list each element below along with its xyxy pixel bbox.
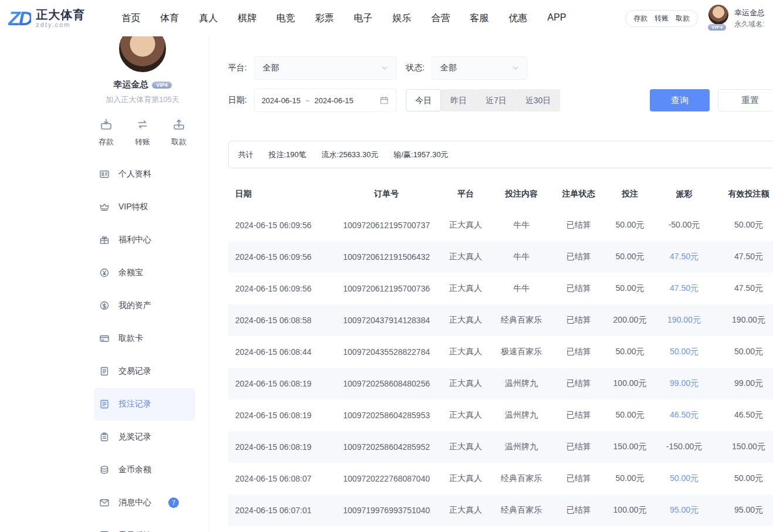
cell-platform: 正大真人 <box>439 315 492 326</box>
cell-valid-bet: 150.00元 <box>715 442 773 452</box>
wallet-link-2[interactable]: 取款 <box>676 13 690 23</box>
range-button-2[interactable]: 近7日 <box>476 89 516 111</box>
quick-range-group: 今日昨日近7日近30日 <box>406 89 560 111</box>
column-header-7: 有效投注额 <box>715 189 773 199</box>
status-select[interactable]: 全部 <box>432 56 527 80</box>
sidebar-item-gold-balance[interactable]: 金币余额 <box>94 453 195 486</box>
wallet-link-1[interactable]: 转账 <box>655 13 669 23</box>
nav-item-7[interactable]: 娱乐 <box>392 12 411 25</box>
nav-item-11[interactable]: APP <box>547 12 566 25</box>
quick-action-label: 取款 <box>171 137 187 147</box>
cell-order-number: 1009719976993751040 <box>334 506 439 515</box>
vip-badge: VIP4 <box>708 24 726 31</box>
sidebar-item-message-center[interactable]: 消息中心7 <box>94 486 195 519</box>
quick-action-withdraw[interactable]: 取款 <box>171 118 187 147</box>
cell-bet-amount: 100.00元 <box>606 505 653 516</box>
nav-item-3[interactable]: 棋牌 <box>238 12 256 25</box>
brand-name: 正大体育 <box>36 8 85 21</box>
user-avatar[interactable] <box>708 5 728 25</box>
joined-days-text: 加入正大体育第105天 <box>76 94 209 105</box>
cell-bet-amount: 50.00元 <box>606 410 653 421</box>
brand-logo[interactable]: ZD 正大体育 zdty.com <box>8 7 85 30</box>
query-button[interactable]: 查询 <box>650 89 710 111</box>
permanent-domain-note: 永久域名: <box>734 19 765 29</box>
cell-status: 已结算 <box>551 347 606 357</box>
cell-payout: -150.00元 <box>653 442 715 452</box>
cell-bet-content: 牛牛 <box>492 252 551 262</box>
sidebar-item-transaction-records[interactable]: 交易记录 <box>94 355 195 388</box>
cell-status: 已结算 <box>551 252 606 262</box>
range-button-0[interactable]: 今日 <box>406 89 441 111</box>
cell-status: 已结算 <box>551 315 606 326</box>
brand-logo-icon: ZD <box>8 7 31 30</box>
sidebar-item-yuebao[interactable]: 余额宝 <box>94 256 195 289</box>
header-username[interactable]: 幸运金总 <box>734 7 765 19</box>
cell-order-number: 1009720612191506432 <box>334 252 439 262</box>
cell-valid-bet: 47.50元 <box>715 283 773 294</box>
cell-bet-amount: 50.00元 <box>606 347 653 357</box>
sidebar-item-withdraw-card[interactable]: 取款卡 <box>94 322 195 355</box>
nav-item-5[interactable]: 彩票 <box>315 12 334 25</box>
cell-platform: 正大真人 <box>439 378 492 389</box>
sidebar-item-my-assets[interactable]: 我的资产 <box>94 289 195 322</box>
top-navbar: ZD 正大体育 zdty.com 首页体育真人棋牌电竞彩票电子娱乐合营客服优惠A… <box>0 0 773 36</box>
cell-bet-amount: 150.00元 <box>606 442 653 452</box>
reset-button[interactable]: 重置 <box>718 89 773 111</box>
sidebar-item-welfare-center[interactable]: 福利中心 <box>94 223 195 256</box>
envelope-icon <box>99 497 110 508</box>
date-to: 2024-06-15 <box>314 96 354 105</box>
wallet-link-0[interactable]: 存款 <box>633 13 647 23</box>
date-range-picker[interactable]: 2024-06-15 ~ 2024-06-15 <box>254 89 396 112</box>
cell-status: 已结算 <box>551 442 606 452</box>
id-card-icon <box>99 169 110 179</box>
sidebar-item-vip-privilege[interactable]: VIP特权 <box>94 191 195 223</box>
sidebar-item-profile[interactable]: 个人资料 <box>94 158 195 191</box>
nav-item-10[interactable]: 优惠 <box>508 12 527 25</box>
quick-action-deposit[interactable]: 存款 <box>99 118 114 147</box>
nav-item-4[interactable]: 电竞 <box>276 12 295 25</box>
nav-item-2[interactable]: 真人 <box>199 12 218 25</box>
document-icon <box>99 366 110 377</box>
nav-item-6[interactable]: 电子 <box>354 12 372 25</box>
sidebar-item-feedback[interactable]: 意见反馈 <box>94 519 195 532</box>
sidebar-item-redeem-records[interactable]: 兑奖记录 <box>94 421 195 453</box>
sidebar-item-label: 福利中心 <box>118 235 151 245</box>
cell-bet-content: 温州牌九 <box>492 410 551 421</box>
column-header-3: 投注内容 <box>492 189 551 199</box>
column-header-2: 平台 <box>439 189 492 199</box>
wallet-quick-links: 存款转账取款 <box>625 10 698 27</box>
gift-icon <box>99 235 110 245</box>
chevron-down-icon <box>381 64 389 72</box>
cell-payout: 190.00元 <box>653 315 715 326</box>
nav-item-1[interactable]: 体育 <box>160 12 179 25</box>
vip-badge: VIP4 <box>152 82 172 89</box>
nav-item-8[interactable]: 合营 <box>431 12 450 25</box>
summary-item-0: 投注:190笔 <box>269 150 306 160</box>
sidebar-item-label: 取款卡 <box>118 333 143 344</box>
sidebar-item-label: VIP特权 <box>118 202 148 212</box>
range-button-3[interactable]: 近30日 <box>516 89 561 111</box>
platform-select[interactable]: 全部 <box>254 56 396 80</box>
range-button-1[interactable]: 昨日 <box>441 89 476 111</box>
quick-action-label: 转账 <box>135 137 150 147</box>
cell-status: 已结算 <box>551 505 606 516</box>
table-row: 2024-06-15 06:08:071009720222768087040正大… <box>228 463 773 494</box>
cell-date: 2024-06-15 06:07:01 <box>228 506 334 515</box>
sidebar-item-bet-records[interactable]: 投注记录 <box>94 388 195 421</box>
coins-icon <box>99 465 110 475</box>
table-row: 2024-06-15 06:09:561009720612195700736正大… <box>228 273 773 304</box>
sidebar: 幸运金总 VIP4 加入正大体育第105天 存款转账取款 个人资料VIP特权福利… <box>76 36 209 532</box>
cell-bet-content: 经典百家乐 <box>492 473 551 484</box>
cell-date: 2024-06-15 06:08:19 <box>228 379 334 388</box>
nav-item-0[interactable]: 首页 <box>121 12 140 25</box>
table-row: 2024-06-15 06:08:191009720258604285952正大… <box>228 431 773 463</box>
header-user-area: 存款转账取款 VIP4 幸运金总 永久域名: <box>625 5 765 32</box>
deposit-icon <box>100 118 113 133</box>
cell-date: 2024-06-15 06:08:19 <box>228 442 334 452</box>
nav-item-9[interactable]: 客服 <box>470 12 489 25</box>
cell-date: 2024-06-15 06:09:56 <box>228 221 334 230</box>
cell-payout: 47.50元 <box>653 252 715 262</box>
date-separator: ~ <box>305 96 310 105</box>
sidebar-item-label: 余额宝 <box>118 267 143 278</box>
quick-action-transfer[interactable]: 转账 <box>135 118 150 147</box>
